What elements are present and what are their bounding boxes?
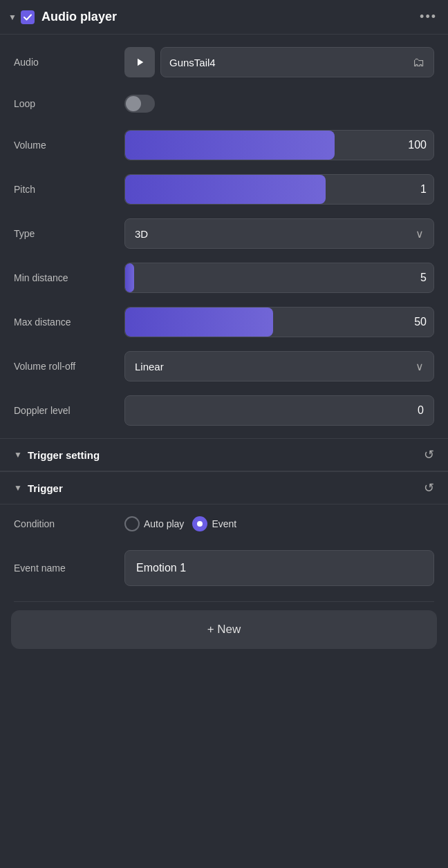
type-label: Type: [14, 228, 124, 239]
condition-label: Condition: [14, 518, 124, 529]
min-distance-fill: [125, 263, 134, 292]
volume-fill: [125, 131, 335, 160]
trigger-setting-reset-button[interactable]: ↺: [424, 447, 434, 462]
toggle-knob: [126, 96, 141, 111]
doppler-control: 0: [124, 395, 434, 426]
auto-play-label: Auto play: [144, 518, 184, 529]
event-radio[interactable]: [192, 516, 207, 531]
doppler-field-row: Doppler level 0: [0, 388, 448, 433]
type-value: 3D: [135, 228, 148, 240]
event-option[interactable]: Event: [192, 516, 236, 531]
audio-field-row: Audio GunsTail4 🗂: [0, 40, 448, 84]
trigger-section: ▼ Trigger ↺: [0, 471, 448, 504]
trigger-title: Trigger: [28, 482, 424, 494]
pitch-label: Pitch: [14, 184, 124, 195]
audio-filename: GunsTail4: [169, 57, 216, 68]
volume-field-row: Volume 100: [0, 123, 448, 167]
panel-content: Audio GunsTail4 🗂 Loop: [0, 35, 448, 438]
trigger-setting-title: Trigger setting: [28, 449, 424, 461]
max-distance-fill: [125, 308, 273, 337]
audio-file-box[interactable]: GunsTail4 🗂: [160, 47, 434, 77]
pitch-field-row: Pitch 1: [0, 167, 448, 211]
type-field-row: Type 3D ∨: [0, 211, 448, 256]
panel-header: ▼ Audio player •••: [0, 0, 448, 35]
play-icon: [133, 56, 146, 68]
type-dropdown[interactable]: 3D ∨: [124, 218, 434, 249]
audio-player-panel: ▼ Audio player ••• Audio GunsTail4 🗂: [0, 0, 448, 668]
more-options-button[interactable]: •••: [420, 10, 437, 24]
doppler-label: Doppler level: [14, 405, 124, 416]
pitch-slider[interactable]: 1: [124, 174, 434, 205]
trigger-setting-chevron[interactable]: ▼: [14, 450, 22, 460]
folder-icon: 🗂: [413, 55, 425, 70]
condition-radio-group: Auto play Event: [124, 516, 236, 531]
loop-field-row: Loop: [0, 84, 448, 123]
max-distance-value: 50: [406, 316, 427, 328]
loop-control: [124, 95, 434, 113]
pitch-fill: [125, 175, 326, 204]
panel-title: Audio player: [41, 10, 420, 24]
event-label: Event: [212, 518, 236, 529]
loop-label: Loop: [14, 98, 124, 109]
min-distance-slider[interactable]: 5: [124, 263, 434, 293]
auto-play-radio[interactable]: [124, 516, 140, 531]
trigger-setting-section: ▼ Trigger setting ↺: [0, 438, 448, 471]
condition-control: Auto play Event: [124, 516, 434, 531]
auto-play-option[interactable]: Auto play: [124, 516, 184, 531]
new-button[interactable]: + New: [11, 610, 437, 649]
volume-rolloff-field-row: Volume roll-off Linear ∨: [0, 344, 448, 388]
type-control: 3D ∨: [124, 218, 434, 249]
pitch-control: 1: [124, 174, 434, 205]
volume-rolloff-value: Linear: [135, 361, 164, 372]
event-name-label: Event name: [14, 563, 124, 574]
volume-rolloff-label: Volume roll-off: [14, 361, 124, 372]
event-name-control: Emotion 1: [124, 550, 434, 586]
audio-control: GunsTail4 🗂: [124, 47, 434, 77]
type-dropdown-arrow: ∨: [416, 227, 424, 240]
volume-rolloff-dropdown[interactable]: Linear ∨: [124, 351, 434, 381]
doppler-value-box[interactable]: 0: [124, 395, 434, 426]
event-name-value: Emotion 1: [136, 562, 186, 574]
min-distance-field-row: Min distance 5: [0, 256, 448, 300]
audio-label: Audio: [14, 57, 124, 68]
trigger-reset-button[interactable]: ↺: [424, 480, 434, 496]
pitch-value: 1: [406, 183, 427, 196]
loop-toggle[interactable]: [124, 95, 155, 113]
volume-control: 100: [124, 130, 434, 160]
divider: [14, 601, 434, 602]
min-distance-control: 5: [124, 263, 434, 293]
max-distance-label: Max distance: [14, 317, 124, 328]
event-name-input[interactable]: Emotion 1: [124, 550, 434, 586]
enable-checkbox[interactable]: [21, 10, 35, 24]
condition-field-row: Condition Auto play Event: [0, 504, 448, 543]
max-distance-field-row: Max distance 50: [0, 300, 448, 344]
event-name-field-row: Event name Emotion 1: [0, 543, 448, 593]
volume-rolloff-control: Linear ∨: [124, 351, 434, 381]
doppler-value: 0: [418, 404, 424, 417]
check-icon: [24, 13, 32, 21]
new-button-label: + New: [207, 623, 241, 636]
volume-label: Volume: [14, 140, 124, 151]
volume-rolloff-arrow: ∨: [416, 360, 424, 373]
volume-value: 100: [406, 139, 427, 151]
min-distance-value: 5: [406, 272, 427, 284]
audio-play-button[interactable]: [124, 47, 155, 77]
trigger-chevron[interactable]: ▼: [14, 483, 22, 493]
collapse-chevron[interactable]: ▼: [8, 12, 17, 22]
min-distance-label: Min distance: [14, 272, 124, 283]
volume-slider[interactable]: 100: [124, 130, 434, 160]
max-distance-slider[interactable]: 50: [124, 307, 434, 337]
max-distance-control: 50: [124, 307, 434, 337]
